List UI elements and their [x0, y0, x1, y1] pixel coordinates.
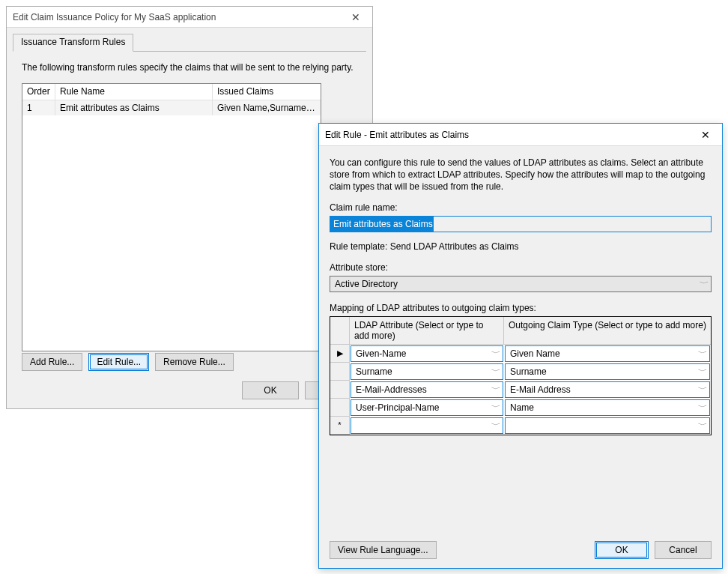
- claim-type-select[interactable]: Name ﹀: [505, 399, 710, 416]
- claim-rule-name-value: Emit attributes as Claims: [330, 217, 434, 232]
- chevron-down-icon: ﹀: [486, 400, 503, 415]
- row-handle-new[interactable]: *: [330, 417, 350, 435]
- tabstrip: Issuance Transform Rules: [13, 34, 366, 52]
- chevron-down-icon: ﹀: [486, 418, 503, 433]
- attribute-store-select[interactable]: Active Directory ﹀: [330, 276, 712, 292]
- ok-button[interactable]: OK: [595, 541, 649, 559]
- col-claims[interactable]: Issued Claims: [213, 84, 321, 100]
- claim-type-select[interactable]: ﹀: [505, 417, 710, 434]
- ldap-attribute-select[interactable]: E-Mail-Addresses ﹀: [351, 381, 503, 398]
- dialog-title: Edit Claim Issuance Policy for My SaaS a…: [13, 12, 216, 22]
- row-handle-header: [330, 317, 350, 345]
- chevron-down-icon: ﹀: [693, 382, 710, 397]
- rules-table-header: Order Rule Name Issued Claims: [22, 84, 321, 100]
- edit-rule-dialog: Edit Rule - Emit attributes as Claims ✕ …: [318, 123, 723, 569]
- ldap-attribute-select[interactable]: User-Principal-Name ﹀: [351, 399, 503, 416]
- chevron-down-icon: ﹀: [693, 418, 710, 433]
- chevron-down-icon: ﹀: [693, 364, 710, 379]
- claim-type-value: Given Name: [510, 348, 560, 359]
- mapping-row-new[interactable]: * ﹀ ﹀: [330, 417, 711, 435]
- cell-name: Emit attributes as Claims: [55, 100, 213, 115]
- cell-claims: Given Name,Surname,E-…: [213, 100, 321, 115]
- chevron-down-icon: ﹀: [693, 346, 710, 361]
- mapping-grid[interactable]: LDAP Attribute (Select or type to add mo…: [330, 316, 712, 435]
- ldap-attribute-value: Surname: [356, 366, 392, 377]
- chevron-down-icon: ﹀: [700, 279, 709, 288]
- mapping-label: Mapping of LDAP attributes to outgoing c…: [330, 303, 712, 313]
- remove-rule-button[interactable]: Remove Rule...: [155, 353, 234, 371]
- mapping-row[interactable]: E-Mail-Addresses ﹀ E-Mail Address ﹀: [330, 381, 711, 399]
- mapping-row[interactable]: User-Principal-Name ﹀ Name ﹀: [330, 399, 711, 417]
- add-rule-button[interactable]: Add Rule...: [22, 353, 82, 371]
- claim-rule-name-label: Claim rule name:: [330, 202, 712, 213]
- rules-description: The following transform rules specify th…: [22, 62, 362, 73]
- ldap-attribute-value: Given-Name: [356, 348, 406, 359]
- cancel-button[interactable]: Cancel: [655, 541, 712, 559]
- edit-rule-button[interactable]: Edit Rule...: [88, 353, 149, 371]
- mapping-row[interactable]: Surname ﹀ Surname ﹀: [330, 363, 711, 381]
- chevron-down-icon: ﹀: [693, 400, 710, 415]
- rule-description: You can configure this rule to send the …: [330, 157, 712, 193]
- table-row[interactable]: 1 Emit attributes as Claims Given Name,S…: [22, 100, 321, 115]
- dialog-titlebar[interactable]: Edit Claim Issuance Policy for My SaaS a…: [7, 7, 372, 28]
- chevron-down-icon: ﹀: [486, 364, 503, 379]
- claim-type-value: Surname: [510, 366, 547, 377]
- row-handle[interactable]: [330, 381, 350, 399]
- col-ldap-attribute[interactable]: LDAP Attribute (Select or type to add mo…: [350, 317, 504, 345]
- close-icon[interactable]: ✕: [689, 124, 722, 146]
- claim-type-value: Name: [510, 402, 534, 413]
- claim-type-select[interactable]: Surname ﹀: [505, 363, 710, 380]
- chevron-down-icon: ﹀: [486, 346, 503, 361]
- attribute-store-label: Attribute store:: [330, 262, 712, 273]
- dialog-title: Edit Rule - Emit attributes as Claims: [325, 130, 469, 140]
- claim-type-select[interactable]: Given Name ﹀: [505, 345, 710, 362]
- rules-table[interactable]: Order Rule Name Issued Claims 1 Emit att…: [22, 83, 321, 351]
- cell-order: 1: [22, 100, 55, 115]
- dialog-titlebar[interactable]: Edit Rule - Emit attributes as Claims ✕: [319, 124, 722, 146]
- col-name[interactable]: Rule Name: [55, 84, 213, 100]
- tab-issuance-transform-rules[interactable]: Issuance Transform Rules: [13, 34, 133, 52]
- claim-type-value: E-Mail Address: [510, 384, 571, 395]
- ldap-attribute-value: E-Mail-Addresses: [356, 384, 427, 395]
- ldap-attribute-value: User-Principal-Name: [356, 402, 439, 413]
- close-icon[interactable]: ✕: [339, 7, 372, 28]
- col-order[interactable]: Order: [22, 84, 55, 100]
- ldap-attribute-select[interactable]: Surname ﹀: [351, 363, 503, 380]
- row-handle[interactable]: [330, 363, 350, 381]
- row-handle[interactable]: ▶: [330, 345, 350, 363]
- ldap-attribute-select[interactable]: Given-Name ﹀: [351, 345, 503, 362]
- col-claim-type[interactable]: Outgoing Claim Type (Select or type to a…: [504, 317, 711, 345]
- attribute-store-value: Active Directory: [335, 279, 398, 289]
- row-handle[interactable]: [330, 399, 350, 417]
- mapping-row[interactable]: ▶ Given-Name ﹀ Given Name ﹀: [330, 345, 711, 363]
- view-rule-language-button[interactable]: View Rule Language...: [330, 541, 437, 559]
- chevron-down-icon: ﹀: [486, 382, 503, 397]
- claim-rule-name-input[interactable]: Emit attributes as Claims: [330, 216, 712, 232]
- ldap-attribute-select[interactable]: ﹀: [351, 417, 503, 434]
- rule-template-label: Rule template: Send LDAP Attributes as C…: [330, 241, 712, 252]
- ok-button[interactable]: OK: [242, 381, 299, 399]
- claim-type-select[interactable]: E-Mail Address ﹀: [505, 381, 710, 398]
